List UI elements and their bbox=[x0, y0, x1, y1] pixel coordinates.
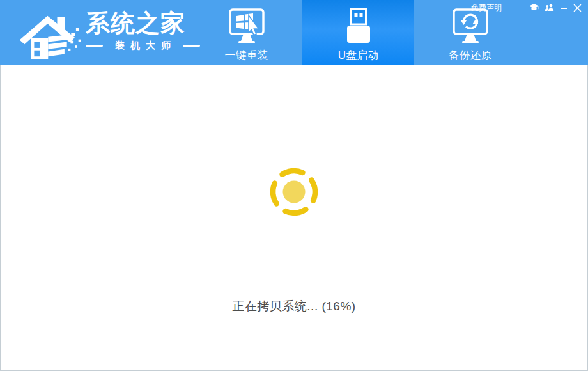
brand-title: 系统之家 bbox=[86, 10, 200, 36]
monitor-windows-cursor-icon bbox=[224, 7, 269, 47]
brand-subtitle: 装机大师 bbox=[109, 40, 176, 52]
app-window: 系统之家 装机大师 bbox=[0, 0, 588, 371]
app-logo: 系统之家 装机大师 bbox=[18, 10, 200, 59]
dash-left bbox=[86, 45, 103, 47]
brand-subtitle-row: 装机大师 bbox=[86, 40, 200, 52]
window-topbar: 免费声明 bbox=[471, 3, 582, 13]
brand-text: 系统之家 装机大师 bbox=[86, 10, 200, 52]
usb-drive-icon bbox=[344, 7, 373, 47]
tab-one-key-reinstall[interactable]: 一键重装 bbox=[190, 0, 302, 65]
progress-status-text: 正在拷贝系统... (16%) bbox=[1, 298, 587, 315]
graduation-cap-icon[interactable] bbox=[529, 4, 539, 12]
close-icon[interactable] bbox=[573, 4, 582, 12]
header-bar: 系统之家 装机大师 bbox=[0, 0, 588, 65]
tab-label: U盘启动 bbox=[338, 48, 378, 63]
main-content: 正在拷贝系统... (16%) bbox=[0, 65, 588, 371]
tab-label: 备份还原 bbox=[449, 48, 492, 63]
tab-usb-boot[interactable]: U盘启动 bbox=[302, 0, 414, 65]
loading-spinner bbox=[267, 165, 321, 219]
users-icon[interactable] bbox=[545, 4, 554, 12]
spinner-center-dot bbox=[283, 181, 306, 203]
minimize-icon[interactable] bbox=[560, 4, 568, 12]
disclaimer-link[interactable]: 免费声明 bbox=[471, 3, 502, 13]
tab-label: 一键重装 bbox=[225, 48, 268, 63]
house-logo-icon bbox=[18, 12, 84, 59]
